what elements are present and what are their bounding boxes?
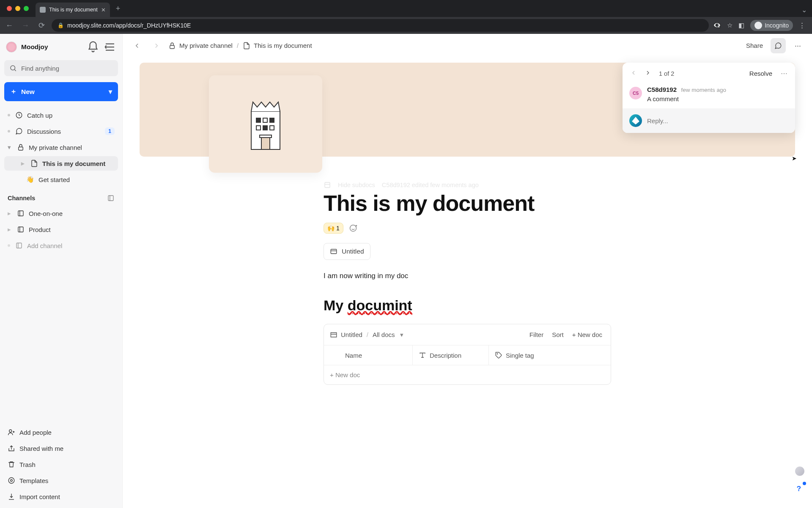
help-button[interactable]: ? bbox=[793, 483, 805, 495]
edited-by-label: C58d9192 edited few moments ago bbox=[382, 182, 479, 188]
workspace-name[interactable]: Moodjoy bbox=[21, 43, 82, 51]
resolve-button[interactable]: Resolve bbox=[747, 68, 775, 79]
add-channel-header-icon[interactable] bbox=[107, 194, 115, 202]
tabs-expand-icon[interactable]: ⌄ bbox=[801, 6, 807, 14]
more-menu-button[interactable]: ⋯ bbox=[790, 38, 805, 53]
database-block: Untitled / All docs ▾ Filter Sort + New … bbox=[324, 324, 611, 385]
column-label: Name bbox=[345, 352, 362, 359]
discussions-badge: 1 bbox=[105, 127, 115, 135]
sidebar-item-one-on-one[interactable]: ▸ One-on-one bbox=[4, 206, 118, 221]
add-reaction-button[interactable] bbox=[348, 223, 359, 234]
database-new-row[interactable]: + New doc bbox=[324, 365, 611, 384]
comments-toggle-button[interactable] bbox=[771, 38, 786, 53]
reply-input[interactable] bbox=[647, 117, 788, 124]
minimize-window-dot[interactable] bbox=[15, 6, 20, 11]
database-new-doc-button[interactable]: + New doc bbox=[570, 329, 605, 340]
database-view-all-docs[interactable]: All docs bbox=[373, 331, 395, 338]
reaction-pill[interactable]: 🙌 1 bbox=[324, 223, 343, 234]
column-header-description[interactable]: Description bbox=[413, 345, 489, 365]
document-paragraph[interactable]: I am now writing in my doc bbox=[324, 272, 611, 280]
sidebar-item-product[interactable]: ▸ Product bbox=[4, 222, 118, 237]
comment-time: few moments ago bbox=[681, 87, 727, 93]
sidebar-item-label: Discussions bbox=[27, 128, 61, 135]
close-tab-icon[interactable]: ✕ bbox=[101, 7, 106, 13]
import-icon bbox=[8, 493, 15, 500]
column-label: Description bbox=[430, 352, 461, 359]
share-button[interactable]: Share bbox=[743, 39, 766, 52]
channels-header: Channels bbox=[8, 195, 35, 202]
subdoc-icon bbox=[330, 248, 337, 255]
expand-icon[interactable]: ▾ bbox=[8, 144, 13, 151]
svg-rect-19 bbox=[260, 135, 272, 138]
svg-point-21 bbox=[350, 225, 356, 232]
svg-rect-6 bbox=[16, 243, 22, 248]
presence-avatar[interactable] bbox=[795, 467, 804, 476]
extensions-icon[interactable]: ◧ bbox=[738, 22, 744, 29]
url-text: moodjoy.slite.com/app/docs/r_DHzUYfHSK10… bbox=[67, 22, 191, 29]
new-doc-label: New doc bbox=[578, 331, 602, 338]
sidebar-item-label: Templates bbox=[19, 477, 48, 484]
svg-point-8 bbox=[8, 478, 14, 483]
tracking-off-icon[interactable]: 👁‍🗨 bbox=[713, 22, 721, 29]
collapse-sidebar-icon[interactable] bbox=[104, 41, 116, 53]
database-breadcrumb-untitled[interactable]: Untitled bbox=[341, 331, 362, 338]
database-filter-button[interactable]: Filter bbox=[527, 329, 546, 340]
maximize-window-dot[interactable] bbox=[24, 6, 29, 11]
breadcrumb-channel[interactable]: My private channel bbox=[179, 42, 233, 49]
sidebar-item-catch-up[interactable]: Catch up bbox=[4, 108, 118, 122]
sidebar-item-add-people[interactable]: Add people bbox=[4, 425, 118, 439]
comment-next-button[interactable] bbox=[643, 69, 653, 79]
url-bar[interactable]: 🔒 moodjoy.slite.com/app/docs/r_DHzUYfHSK… bbox=[52, 19, 709, 32]
new-tab-button[interactable]: + bbox=[113, 4, 123, 13]
new-button-label: New bbox=[21, 88, 35, 96]
sidebar-item-add-channel[interactable]: Add channel bbox=[4, 238, 118, 253]
comment-author: C58d9192 bbox=[647, 86, 677, 93]
column-header-tag[interactable]: Single tag bbox=[489, 345, 611, 365]
nav-back-icon[interactable]: ← bbox=[3, 21, 15, 30]
sidebar-item-get-started[interactable]: 👋 Get started bbox=[4, 172, 118, 187]
svg-rect-22 bbox=[331, 249, 337, 254]
sidebar-item-templates[interactable]: Templates bbox=[4, 473, 118, 488]
column-header-name[interactable]: Name bbox=[324, 345, 413, 365]
sidebar-item-shared[interactable]: Shared with me bbox=[4, 441, 118, 456]
subdoc-card[interactable]: Untitled bbox=[324, 243, 370, 260]
channel-icon bbox=[17, 226, 25, 233]
sidebar-item-label: Catch up bbox=[27, 112, 52, 119]
browser-menu-icon[interactable]: ⋮ bbox=[799, 22, 805, 29]
hide-subdocs-button[interactable]: Hide subdocs bbox=[338, 182, 375, 188]
bullet-icon bbox=[8, 130, 10, 133]
nav-reload-icon[interactable]: ⟳ bbox=[36, 21, 47, 30]
notifications-icon[interactable] bbox=[87, 41, 99, 53]
breadcrumb: My private channel / This is my document bbox=[168, 42, 312, 50]
nav-back-button[interactable] bbox=[129, 38, 145, 53]
browser-tab[interactable]: This is my document ✕ bbox=[36, 3, 110, 17]
close-window-dot[interactable] bbox=[7, 6, 12, 11]
new-button[interactable]: ＋ New ▾ bbox=[4, 82, 118, 101]
incognito-badge[interactable]: Incognito bbox=[750, 20, 793, 31]
expand-icon[interactable]: ▸ bbox=[21, 160, 26, 167]
sidebar-item-this-document[interactable]: ▸ This is my document bbox=[4, 156, 118, 171]
window-controls[interactable] bbox=[3, 6, 32, 11]
document-title[interactable]: This is my document bbox=[324, 190, 611, 216]
incognito-label: Incognito bbox=[765, 22, 789, 29]
tab-favicon bbox=[40, 7, 46, 13]
sidebar-item-import[interactable]: Import content bbox=[4, 489, 118, 504]
nav-forward-icon: → bbox=[19, 21, 31, 30]
sidebar-item-my-channel[interactable]: ▾ My private channel bbox=[4, 140, 118, 155]
sidebar-item-trash[interactable]: Trash bbox=[4, 457, 118, 472]
bookmark-star-icon[interactable]: ☆ bbox=[727, 22, 732, 29]
bullet-icon bbox=[8, 244, 10, 247]
svg-rect-5 bbox=[18, 227, 23, 232]
expand-icon[interactable]: ▸ bbox=[8, 226, 13, 233]
workspace-logo[interactable] bbox=[6, 41, 17, 52]
document-heading-2[interactable]: My documint bbox=[324, 297, 611, 314]
database-sort-button[interactable]: Sort bbox=[549, 329, 566, 340]
chevron-down-icon[interactable]: ▾ bbox=[400, 331, 403, 339]
comment-prev-button bbox=[628, 69, 639, 79]
chevron-down-icon[interactable]: ▾ bbox=[109, 88, 112, 96]
sidebar-item-discussions[interactable]: Discussions 1 bbox=[4, 124, 118, 138]
search-input[interactable]: Find anything bbox=[4, 60, 118, 76]
expand-icon[interactable]: ▸ bbox=[8, 210, 13, 217]
comment-more-button[interactable]: ⋯ bbox=[779, 68, 789, 79]
breadcrumb-doc[interactable]: This is my document bbox=[254, 42, 312, 49]
